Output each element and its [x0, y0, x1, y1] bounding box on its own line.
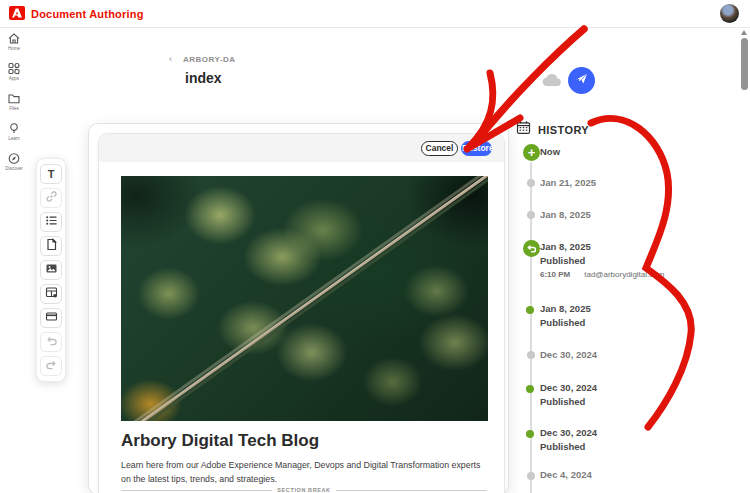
link-tool-button[interactable] — [40, 188, 62, 208]
discover-icon — [7, 152, 21, 165]
home-icon — [7, 32, 21, 45]
sidebar-item-learn[interactable]: Learn — [0, 122, 28, 148]
publish-send-button[interactable] — [568, 67, 595, 94]
divider-line — [336, 490, 487, 491]
history-entry-selected[interactable]: Jan 8, 2025 Published 6:10 PMtad@arboryd… — [540, 241, 664, 279]
history-marker-now[interactable]: + — [523, 144, 540, 161]
page-title: index — [185, 70, 222, 86]
history-entry-status: Published — [540, 255, 664, 266]
section-block-icon — [45, 309, 58, 327]
image-tool-button[interactable] — [40, 260, 62, 280]
restore-arrow-icon — [523, 240, 540, 257]
history-entry-time: 6:10 PM — [540, 270, 570, 279]
app-title: Document Authoring — [31, 8, 144, 20]
restore-action-bar: Cancel Restore — [99, 134, 504, 162]
calendar-icon — [516, 120, 531, 139]
history-entry[interactable]: Dec 30, 2024 Published — [540, 427, 597, 452]
dot-gray-icon — [527, 179, 535, 187]
learn-icon — [7, 122, 21, 135]
bullet-list-icon — [45, 213, 58, 231]
history-marker-dot[interactable] — [527, 179, 535, 187]
files-icon — [7, 92, 21, 105]
section-tool-button[interactable] — [40, 308, 62, 328]
history-marker-restore[interactable] — [523, 240, 540, 257]
undo-button[interactable] — [40, 332, 62, 352]
history-marker-dot[interactable] — [526, 306, 534, 314]
table-settings-icon — [45, 285, 58, 303]
sidebar-item-home[interactable]: Home — [0, 32, 28, 58]
redo-button[interactable] — [40, 356, 62, 376]
history-marker-dot[interactable] — [527, 351, 535, 359]
history-entry[interactable]: Dec 30, 2024 — [540, 349, 597, 360]
history-entry[interactable]: Jan 8, 2025 — [540, 209, 591, 220]
history-entry[interactable]: Jan 8, 2025 Published — [540, 303, 591, 328]
sidebar-item-label: Files — [9, 106, 19, 111]
sidebar-item-discover[interactable]: Discover — [0, 152, 28, 178]
history-entry-meta: 6:10 PMtad@arborydigital.com — [540, 270, 664, 279]
sidebar-item-apps[interactable]: Apps — [0, 62, 28, 88]
plus-circle-icon: + — [523, 144, 540, 161]
list-tool-button[interactable] — [40, 212, 62, 232]
editor-tool-palette: T — [36, 158, 66, 382]
sync-cloud-icon — [540, 72, 564, 92]
page-icon — [45, 237, 58, 255]
table-tool-button[interactable] — [40, 284, 62, 304]
document-preview-card: Cancel Restore Arbory Digital Tech Blog … — [98, 133, 505, 493]
history-entry-date: Dec 30, 2024 — [540, 349, 597, 360]
undo-icon — [45, 333, 58, 351]
section-break-label: SECTION BREAK — [272, 487, 335, 493]
sidebar-item-files[interactable]: Files — [0, 92, 28, 118]
apps-icon — [7, 62, 21, 75]
image-icon — [45, 261, 58, 279]
history-entry-status: Published — [540, 441, 597, 452]
adobe-logo-icon — [9, 6, 25, 20]
hero-image-forest — [121, 176, 488, 421]
history-entry-date: Dec 4, 2024 — [540, 469, 592, 480]
text-tool-icon: T — [48, 168, 55, 180]
page-tool-button[interactable] — [40, 236, 62, 256]
history-marker-dot[interactable] — [527, 472, 535, 480]
history-entry[interactable]: Dec 30, 2024 Published — [540, 382, 597, 407]
history-marker-dot[interactable] — [527, 211, 535, 219]
breadcrumb[interactable]: ARBORY-DA — [183, 55, 236, 64]
document-authoring-app: Document Authoring Home Apps Files Learn… — [0, 0, 750, 493]
dot-gray-icon — [527, 472, 535, 480]
history-panel: HISTORY + Now Jan 21, 2025 Jan 8, 2025 J… — [512, 110, 742, 493]
history-entry-now[interactable]: Now — [540, 146, 560, 157]
sidebar-item-label: Discover — [5, 166, 23, 171]
history-entry[interactable]: Jan 21, 2025 — [540, 177, 596, 188]
link-icon — [45, 189, 58, 207]
document-heading: Arbory Digital Tech Blog — [121, 431, 319, 451]
history-entry-date: Jan 8, 2025 — [540, 209, 591, 220]
dot-green-icon — [526, 385, 534, 393]
sidebar-item-label: Learn — [8, 136, 20, 141]
breadcrumb-back-chevron[interactable]: ‹ — [169, 54, 172, 64]
user-avatar[interactable] — [720, 4, 739, 23]
history-entry-date: Dec 30, 2024 — [540, 427, 597, 438]
history-entry-date: Jan 21, 2025 — [540, 177, 596, 188]
history-entry-status: Published — [540, 396, 597, 407]
redo-icon — [45, 357, 58, 375]
history-marker-dot[interactable] — [526, 430, 534, 438]
sidebar-item-label: Home — [8, 46, 20, 51]
history-entry[interactable]: Dec 4, 2024 — [540, 469, 592, 480]
forest-road — [124, 176, 488, 421]
history-marker-dot[interactable] — [526, 385, 534, 393]
dot-green-icon — [526, 430, 534, 438]
scrollbar-up-arrow[interactable] — [741, 30, 747, 35]
history-entry-date: Dec 30, 2024 — [540, 382, 597, 393]
history-title: HISTORY — [538, 124, 589, 136]
divider-line — [121, 490, 272, 491]
cancel-button[interactable]: Cancel — [421, 141, 458, 156]
text-tool-button[interactable]: T — [40, 164, 62, 184]
paper-plane-icon — [574, 71, 589, 90]
history-entry-label: Now — [540, 146, 560, 157]
restore-button[interactable]: Restore — [461, 141, 492, 156]
history-entry-date: Jan 8, 2025 — [540, 241, 664, 252]
history-entry-status: Published — [540, 317, 591, 328]
history-entry-user: tad@arborydigital.com — [584, 270, 664, 279]
section-break-divider: SECTION BREAK — [121, 487, 487, 493]
sidebar-item-label: Apps — [9, 76, 19, 81]
history-entry-date: Jan 8, 2025 — [540, 303, 591, 314]
scrollbar-thumb[interactable] — [741, 38, 748, 90]
